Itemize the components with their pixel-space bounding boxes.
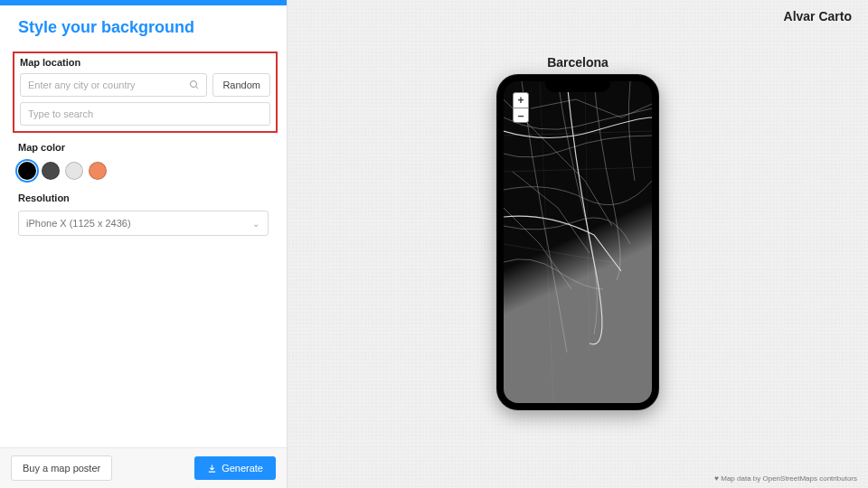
generate-button[interactable]: Generate: [194, 456, 276, 480]
preview-area: Alvar Carto Barcelona: [288, 0, 868, 488]
resolution-label: Resolution: [0, 192, 287, 207]
sidebar-footer: Buy a map poster Generate: [0, 447, 287, 488]
random-button[interactable]: Random: [212, 73, 270, 97]
map-preview[interactable]: [504, 81, 652, 403]
page-title: Style your background: [0, 5, 287, 52]
buy-poster-button[interactable]: Buy a map poster: [11, 455, 112, 481]
color-swatch-darkgray[interactable]: [42, 162, 60, 180]
search-icon: [189, 80, 200, 90]
map-color-label: Map color: [0, 142, 287, 156]
color-swatch-black[interactable]: [18, 162, 36, 180]
preview-city-label: Barcelona: [547, 55, 609, 70]
zoom-controls: + –: [513, 92, 529, 123]
type-to-search-input[interactable]: [20, 102, 270, 126]
map-attribution: Map data by OpenStreetMaps contributors: [714, 474, 857, 483]
map-location-group: Map location Random: [13, 52, 278, 133]
brand-name: Alvar Carto: [784, 9, 852, 23]
color-swatch-lightgray[interactable]: [65, 162, 83, 180]
map-roads: [504, 81, 652, 403]
generate-label: Generate: [222, 463, 263, 474]
color-swatch-orange[interactable]: [89, 162, 107, 180]
sidebar: Style your background Map location Rando…: [0, 0, 288, 488]
phone-mockup: + –: [496, 74, 659, 410]
svg-line-1: [196, 87, 199, 89]
svg-point-0: [191, 81, 197, 88]
map-location-label: Map location: [20, 57, 270, 73]
phone-notch: [545, 81, 610, 92]
zoom-in-button[interactable]: +: [514, 93, 528, 108]
phone-screen: + –: [504, 81, 652, 403]
city-input[interactable]: [20, 73, 207, 97]
resolution-select[interactable]: iPhone X (1125 x 2436): [18, 211, 269, 236]
zoom-out-button[interactable]: –: [514, 108, 528, 122]
download-icon: [207, 464, 217, 474]
color-swatches: [0, 156, 287, 192]
